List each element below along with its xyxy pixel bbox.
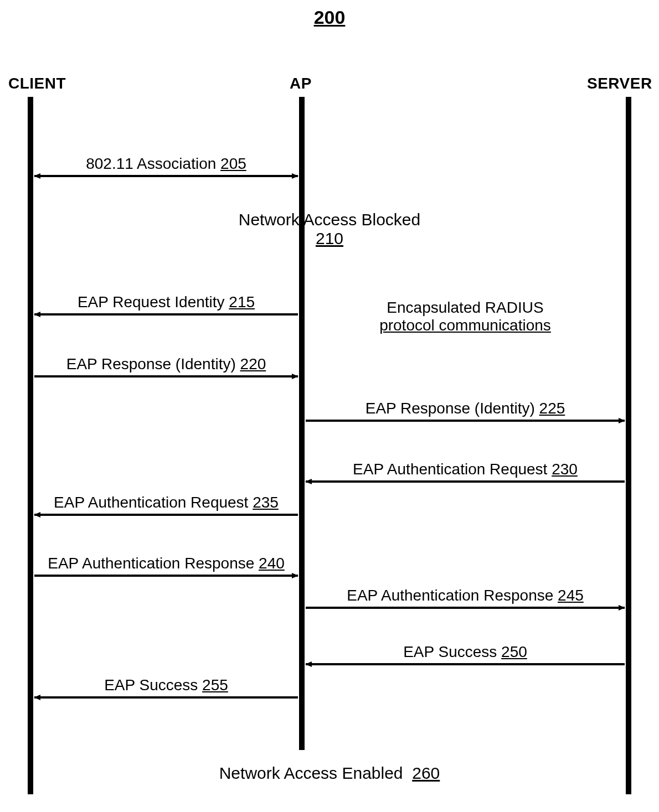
msg-auth-resp-r: EAP Authentication Response 245 xyxy=(306,587,625,604)
radius-line2: protocol communications xyxy=(379,317,551,334)
msg-assoc: 802.11 Association 205 xyxy=(34,155,298,173)
msg-num: 240 xyxy=(259,555,285,572)
msg-num: 220 xyxy=(240,355,266,373)
msg-resp-id-r: EAP Response (Identity) 225 xyxy=(306,400,625,417)
msg-req-id: EAP Request Identity 215 xyxy=(34,293,298,311)
msg-succ-r: EAP Success 250 xyxy=(306,643,625,661)
msg-num: 255 xyxy=(202,676,228,694)
msg-succ-l: EAP Success 255 xyxy=(34,676,298,694)
msg-text: EAP Authentication Request xyxy=(353,461,547,478)
msg-text: EAP Success xyxy=(104,676,198,694)
msg-text: EAP Authentication Response xyxy=(48,555,254,572)
msg-text: EAP Response (Identity) xyxy=(365,400,535,417)
msg-text: EAP Success xyxy=(403,643,497,660)
status-num: 260 xyxy=(412,764,440,782)
radius-note: Encapsulated RADIUS protocol communicati… xyxy=(310,299,620,334)
msg-auth-req-r: EAP Authentication Request 230 xyxy=(306,461,625,478)
msg-text: EAP Response (Identity) xyxy=(66,355,236,373)
msg-num: 225 xyxy=(539,400,565,417)
radius-line1: Encapsulated RADIUS xyxy=(387,299,543,316)
status-text: Network Access Enabled xyxy=(219,764,403,782)
msg-auth-resp-l: EAP Authentication Response 240 xyxy=(34,555,298,572)
sequence-diagram: 200 CLIENT AP SERVER 802.11 Associati xyxy=(0,0,659,812)
msg-text: EAP Authentication Request xyxy=(54,494,248,511)
msg-text: EAP Authentication Response xyxy=(347,587,553,604)
msg-num: 235 xyxy=(253,494,279,511)
msg-text: EAP Request Identity xyxy=(78,293,225,311)
msg-text: 802.11 Association xyxy=(86,155,216,172)
msg-resp-id-l: EAP Response (Identity) 220 xyxy=(34,355,298,373)
status-enabled: Network Access Enabled 260 xyxy=(0,764,659,783)
msg-num: 215 xyxy=(229,293,255,311)
msg-num: 245 xyxy=(558,587,584,604)
msg-auth-req-l: EAP Authentication Request 235 xyxy=(34,494,298,511)
status-num: 210 xyxy=(316,229,343,247)
msg-num: 230 xyxy=(552,461,578,478)
status-blocked: Network Access Blocked 210 xyxy=(0,210,659,248)
status-text: Network Access Blocked xyxy=(239,210,420,229)
msg-num: 250 xyxy=(501,643,527,660)
msg-num: 205 xyxy=(220,155,246,172)
